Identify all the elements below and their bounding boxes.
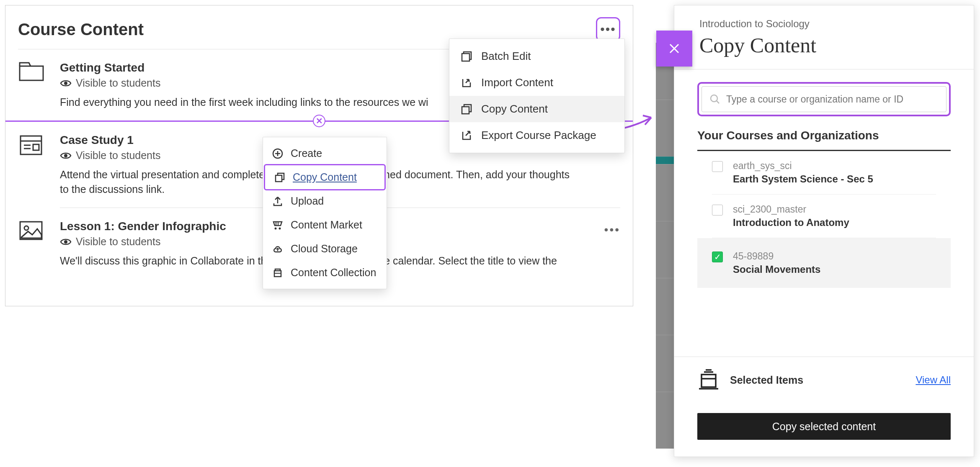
eye-icon — [60, 79, 72, 87]
folder-icon — [18, 61, 45, 82]
close-panel-button[interactable] — [656, 31, 692, 67]
menu-label: Import Content — [481, 76, 553, 89]
tab-segment-active[interactable] — [656, 157, 674, 164]
insert-context-menu: Create Copy Content Upload Content Marke… — [263, 137, 387, 289]
ctx-label: Upload — [291, 195, 324, 207]
ctx-copy-content[interactable]: Copy Content — [264, 164, 386, 190]
menu-label: Export Course Package — [481, 129, 596, 142]
vertical-tabs — [656, 43, 674, 449]
course-name: Introduction to Anatomy — [733, 217, 849, 228]
svg-point-25 — [711, 95, 717, 102]
panel-subtitle: Introduction to Sociology — [699, 18, 816, 30]
svg-rect-0 — [20, 66, 43, 80]
ellipsis-icon: ••• — [600, 22, 616, 36]
ctx-content-market[interactable]: Content Market — [263, 213, 387, 237]
visibility-label: Visible to students — [76, 77, 160, 89]
image-icon — [18, 220, 44, 241]
ctx-label: Cloud Storage — [291, 243, 358, 255]
visibility-label: Visible to students — [76, 236, 160, 248]
selected-items-bar: Selected Items View All — [674, 357, 974, 403]
menu-item-batch-edit[interactable]: Batch Edit — [449, 43, 624, 69]
import-icon — [460, 77, 473, 89]
course-name: Earth System Science - Sec 5 — [733, 173, 873, 185]
search-highlight — [697, 82, 951, 116]
tab-segment[interactable] — [656, 392, 674, 449]
svg-rect-27 — [701, 375, 716, 387]
overflow-menu: Batch Edit Import Content Copy Content E… — [449, 38, 625, 153]
selected-items-icon — [697, 369, 720, 391]
upload-icon — [272, 196, 283, 207]
svg-point-19 — [275, 227, 277, 229]
selected-label: Selected Items — [730, 374, 803, 386]
search-input[interactable] — [726, 94, 939, 105]
tab-segment[interactable] — [656, 278, 674, 335]
eye-icon — [60, 238, 72, 246]
item-more-button[interactable]: ••• — [595, 220, 620, 268]
ctx-label: Content Market — [291, 219, 362, 231]
menu-item-export-package[interactable]: Export Course Package — [449, 122, 624, 149]
course-code: sci_2300_master — [733, 204, 849, 215]
svg-point-7 — [64, 154, 67, 157]
collection-icon — [272, 267, 283, 278]
tab-segment[interactable] — [656, 100, 674, 157]
menu-item-copy-content[interactable]: Copy Content — [449, 96, 624, 122]
section-heading: Your Courses and Organizations — [697, 129, 951, 151]
svg-point-1 — [64, 82, 67, 85]
course-code: earth_sys_sci — [733, 160, 873, 172]
checkbox[interactable] — [712, 205, 723, 216]
close-insert-icon[interactable]: ✕ — [313, 115, 325, 127]
ctx-content-collection[interactable]: Content Collection — [263, 261, 387, 285]
svg-line-26 — [717, 101, 719, 103]
course-row[interactable]: earth_sys_sci Earth System Science - Sec… — [712, 151, 936, 195]
copy-content-panel: Introduction to Sociology Copy Content Y… — [674, 5, 974, 457]
ctx-label: Content Collection — [291, 267, 376, 279]
tab-segment[interactable] — [656, 335, 674, 392]
close-icon — [667, 41, 682, 56]
ctx-label: Copy Content — [293, 171, 357, 183]
copy-icon — [460, 103, 473, 115]
tab-segment[interactable] — [656, 164, 674, 221]
course-code: 45-89889 — [733, 251, 820, 262]
cloud-icon — [272, 244, 283, 254]
svg-rect-12 — [462, 107, 469, 114]
panel-title: Course Content — [18, 20, 144, 39]
tab-segment[interactable] — [656, 221, 674, 278]
course-row[interactable]: sci_2300_master Introduction to Anatomy — [712, 195, 936, 238]
course-row-selected[interactable]: ✓ 45-89889 Social Movements — [697, 238, 951, 288]
copy-icon — [274, 172, 285, 183]
svg-point-10 — [64, 240, 67, 244]
copy-selected-button[interactable]: Copy selected content — [697, 413, 951, 440]
cart-icon — [272, 220, 283, 231]
svg-rect-11 — [462, 54, 469, 61]
svg-rect-6 — [33, 144, 39, 150]
view-all-link[interactable]: View All — [916, 374, 951, 386]
svg-point-9 — [24, 226, 28, 230]
panel-title: Copy Content — [699, 33, 816, 57]
menu-label: Copy Content — [481, 103, 548, 115]
ctx-upload[interactable]: Upload — [263, 189, 387, 213]
menu-label: Batch Edit — [481, 50, 531, 63]
ctx-create[interactable]: Create — [263, 141, 387, 165]
plus-circle-icon — [272, 148, 283, 159]
checkbox-checked[interactable]: ✓ — [712, 251, 723, 262]
visibility-label: Visible to students — [76, 149, 160, 162]
more-actions-button[interactable]: ••• — [596, 17, 620, 41]
stack-icon — [460, 51, 473, 62]
document-icon — [18, 133, 44, 157]
ctx-label: Create — [291, 147, 322, 159]
search-icon — [709, 94, 720, 105]
checkbox[interactable] — [712, 161, 723, 172]
menu-item-import-content[interactable]: Import Content — [449, 69, 624, 96]
svg-point-20 — [279, 227, 281, 229]
course-name: Social Movements — [733, 264, 820, 275]
svg-rect-16 — [276, 175, 282, 182]
export-icon — [460, 130, 473, 141]
ctx-cloud-storage[interactable]: Cloud Storage — [263, 237, 387, 261]
eye-icon — [60, 151, 72, 160]
